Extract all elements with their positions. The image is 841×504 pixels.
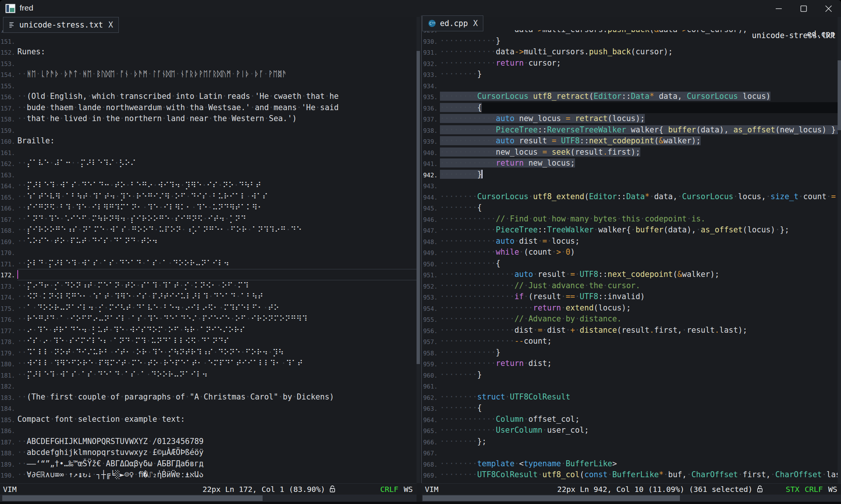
editor-line: 941.············return·new_locus;: [422, 158, 841, 169]
editor-line: 151.: [0, 35, 417, 47]
tab-close-icon[interactable]: X: [473, 19, 478, 28]
line-number: 968.: [422, 458, 438, 470]
line-number: 953.: [422, 291, 438, 303]
line-number: 959.: [422, 358, 438, 369]
line-number: 952.: [422, 280, 438, 292]
scrollbar-thumb[interactable]: [417, 51, 420, 364]
editor-line: 163.: [0, 169, 417, 180]
line-number: 950.: [422, 258, 438, 269]
line-number: 937.: [422, 113, 438, 124]
line-content: ············data->multi_cursors.push_bac…: [440, 46, 841, 58]
line-number: 180.: [0, 358, 15, 369]
line-number: 957.: [422, 336, 438, 347]
line-content: ············UserColumn·user_col;: [440, 425, 841, 436]
line-content: ········}: [440, 69, 841, 80]
editor-line: 177.··⠔·⠹⠑·⠞⠗⠁⠙⠑⠲·⡃⠥⠞·⠹⠑·⠺⠊⠎⠙⠕⠍·⠕⠋·⠳⠗·⠁⠝…: [0, 325, 417, 336]
horizontal-scrollbar-right[interactable]: [422, 495, 841, 502]
line-content: ················//·Just·advance·the·curs…: [440, 280, 841, 292]
editor-line: 180.··⠺⠊⠇⠇·⠹⠻⠑⠋⠕⠗⠑·⠏⠻⠍⠊⠞·⠍⠑·⠞⠕·⠗⠑⠏⠑⠁⠞⠂·⠑…: [0, 358, 417, 369]
eol-indicator: CRLF: [380, 485, 398, 494]
line-content: ··⠁⠝⠙·⠹⠑·⠡⠊⠑⠋·⠍⠳⠗⠝⠻⠲·⡎⠊⠗⠕⠕⠛⠑·⠎⠊⠛⠝⠫·⠊⠞⠲·⡁…: [17, 214, 417, 225]
line-number: 954.: [422, 303, 438, 314]
line-content: ··–—‘“”„†•…‰™œŠŸž€·ΑΒΓΔΩαβγδω·АБВГДабвгд: [17, 458, 417, 470]
line-number: 951.: [422, 269, 438, 280]
editor-line: 968.········template·<typename·BufferLik…: [422, 458, 841, 470]
cursor-position-info: 22px Ln 942, Col 10 (11.09%) (361 select…: [557, 485, 753, 494]
line-number: 184.: [0, 403, 15, 414]
line-number: 963.: [422, 403, 438, 414]
line-number: 157.: [0, 102, 15, 114]
line-number: 930.: [422, 35, 438, 47]
line-number: 186.: [0, 425, 15, 436]
editor-line: 161.: [0, 147, 417, 158]
line-content: ··⠊⠎·⠔·⠹⠑·⠎⠊⠍⠊⠇⠑⠆·⠁⠝⠙·⠍⠹·⠥⠝⠙⠁⠇⠇⠪⠫·⠙⠁⠝⠙⠎: [17, 336, 417, 347]
line-number: 931.: [422, 46, 438, 58]
line-content: ··⡍⠔⠙⠖·⡊·⠙⠕⠝⠰⠞·⠍⠑⠁⠝·⠞⠕·⠎⠁⠹·⠹⠁⠞·⡊·⠅⠝⠪⠂·⠕⠋…: [17, 280, 417, 292]
editor-line: 934.: [422, 80, 841, 91]
editor-mode: VIM: [425, 485, 438, 494]
line-content: [17, 80, 417, 91]
editor-line: 933.········}: [422, 69, 841, 80]
line-number: 164.: [0, 180, 15, 191]
line-content: ········template·<typename·BufferLike>: [440, 458, 841, 470]
tab-ed-cpp[interactable]: C ++ ed.cpp X: [422, 15, 483, 31]
line-number: 169.: [0, 236, 15, 247]
vertical-scrollbar-right[interactable]: [838, 17, 841, 483]
tab-close-icon[interactable]: X: [108, 20, 113, 29]
editor-line: 190.··∀∂∈ℝ∧∪≡∞·↑↗↨↻⇣·┐┼╔╘░►☺♀·ﬁ�⑀₂ἠḂӥẄɐː…: [0, 469, 417, 481]
tab-unicode-stress-txt[interactable]: unicode-stress.txt X: [3, 17, 119, 33]
line-content: [17, 35, 417, 47]
line-number: 964.: [422, 414, 438, 425]
line-number: 947.: [422, 224, 438, 236]
pane-divider[interactable]: [421, 15, 422, 483]
editor-line: 164.··⡍⠜⠇⠑⠹·⠺⠁⠎·⠙⠑⠁⠙⠒·⠞⠕·⠃⠑⠛⠔·⠺⠊⠹⠲·⡹⠻⠑·⠊…: [0, 180, 417, 191]
line-content: [440, 380, 841, 392]
editor-line: 155.: [0, 80, 417, 91]
line-number: 185.: [0, 414, 15, 425]
editor-line: 174.··⠪⠝·⠅⠝⠪⠇⠫⠛⠑⠂·⠱⠁⠞·⠹⠻⠑·⠊⠎·⠏⠜⠞⠊⠊⠥⠇⠜⠇⠹·…: [0, 291, 417, 303]
line-number: 175.: [0, 303, 15, 314]
line-number: 965.: [422, 425, 438, 436]
text-viewport-right[interactable]: 929.················data->multi_cursors.…: [422, 30, 841, 483]
line-number: 958.: [422, 347, 438, 358]
editor-line: 949.············while·(count·>·0): [422, 247, 841, 258]
line-content: ········CursorLocus·utf8_extend(Editor::…: [440, 191, 841, 203]
line-content: ··⠺⠊⠇⠇·⠹⠻⠑⠋⠕⠗⠑·⠏⠻⠍⠊⠞·⠍⠑·⠞⠕·⠗⠑⠏⠑⠁⠞⠂·⠑⠍⠏⠙⠁…: [17, 358, 417, 369]
line-content: ········struct·UTF8ColResult: [440, 392, 841, 403]
lock-icon: [329, 485, 336, 493]
vertical-scrollbar-left[interactable]: [417, 17, 420, 483]
line-content: ··(The·first·couple·of·paragraphs·of·"A·…: [17, 392, 417, 403]
line-content: ··(Old·English,·which·transcribed·into·L…: [17, 91, 417, 102]
whitespace-indicator: WS: [404, 485, 413, 494]
line-number: 158.: [0, 113, 15, 124]
line-content: ············Column·offset_col;: [440, 414, 841, 425]
editor-line: 175.··⠁·⠙⠕⠕⠗⠤⠝⠁⠊⠇⠲·⡊·⠍⠊⠣⠞·⠙⠁⠧⠑·⠃⠑⠲·⠔⠊⠇⠔⠫…: [0, 303, 417, 314]
text-viewport-left[interactable]: 150.··እግርህን·በፍራሽህ·ልክ·ዘርጋ።151. 152.Runes:…: [0, 30, 417, 483]
line-number: 159.: [0, 124, 15, 136]
line-number: 938.: [422, 124, 438, 136]
editor-line: 181.··⡍⠜⠇⠑⠹·⠺⠁⠎·⠁⠎·⠙⠑⠁⠙·⠁⠎·⠁·⠙⠕⠕⠗⠤⠝⠁⠊⠇⠲: [0, 369, 417, 381]
scrollbar-thumb[interactable]: [423, 495, 680, 501]
horizontal-scrollbar-left[interactable]: [0, 495, 417, 502]
scrollbar-thumb[interactable]: [2, 495, 263, 501]
line-content: ··⠔·⠹⠑·⠞⠗⠁⠙⠑⠲·⡃⠥⠞·⠹⠑·⠺⠊⠎⠙⠕⠍·⠕⠋·⠳⠗·⠁⠝⠊⠑⠌⠕…: [17, 325, 417, 336]
text-editor-pane-left[interactable]: 150.··እግርህን·በፍራሽህ·ልክ·ዘርጋ።151. 152.Runes:…: [0, 0, 417, 483]
line-content: ··⡍⠜⠇⠑⠹·⠺⠁⠎·⠙⠑⠁⠙⠒·⠞⠕·⠃⠑⠛⠔·⠺⠊⠹⠲·⡹⠻⠑·⠊⠎·⠝⠕…: [17, 180, 417, 191]
editor-line: 186.: [0, 425, 417, 436]
editor-line: 961.: [422, 380, 841, 392]
line-content: ········}: [440, 369, 841, 381]
editor-line: 967.: [422, 447, 841, 458]
scrollbar-thumb[interactable]: [838, 60, 841, 130]
editor-line: 951.················auto·result·=·UTF8::…: [422, 269, 841, 280]
line-number: 182.: [0, 380, 15, 392]
line-content: ············{: [440, 258, 841, 269]
line-number: 188.: [0, 447, 15, 458]
editor-line: 188.··abcdefghijklmnopqrstuvwxyz·£©µÀÆÖÞ…: [0, 447, 417, 458]
line-content: ··⠎⠊⠛⠝⠫·⠃⠹·⠹⠑·⠊⠇⠻⠛⠹⠍⠁⠝⠂·⠹⠑·⠊⠇⠻⠅⠂·⠹⠑·⠥⠝⠙⠻…: [17, 202, 417, 214]
cursor-position-info: 22px Ln 172, Col 1 (83.90%): [203, 485, 325, 494]
line-content: ········{: [440, 202, 841, 214]
code-editor-pane-right[interactable]: 929.················data->multi_cursors.…: [422, 0, 841, 483]
line-number: 174.: [0, 291, 15, 303]
editor-line: 152.Runes:: [0, 46, 417, 58]
editor-line: 964.············Column·offset_col;: [422, 414, 841, 425]
